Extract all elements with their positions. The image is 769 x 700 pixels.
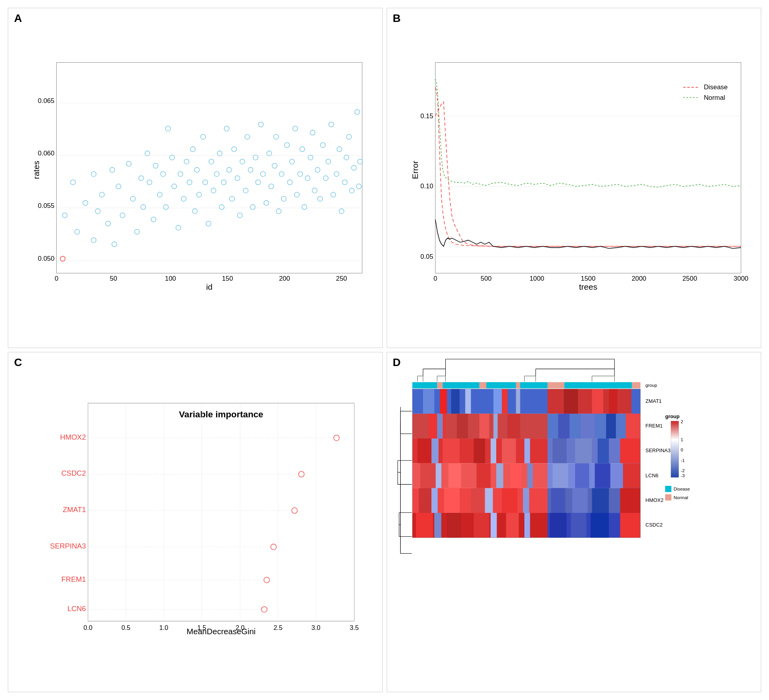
panel-a: A rates id 0.050 0.055 0.060 0.065 0 — [8, 8, 383, 348]
gene-label-right-frem1: FREM1 — [645, 423, 663, 429]
panel-b-y-axis: Error — [411, 161, 420, 179]
svg-rect-210 — [436, 463, 441, 488]
svg-rect-225 — [523, 488, 529, 513]
svg-rect-177 — [609, 389, 617, 413]
scale-tick-0: 0 — [681, 447, 683, 452]
svg-rect-172 — [502, 389, 507, 413]
tick: 1.0 — [159, 624, 168, 631]
tick: 0.5 — [121, 624, 130, 631]
legend-disease-label: Disease — [674, 487, 690, 491]
legend-normal-text: Normal — [704, 94, 725, 101]
svg-rect-196 — [502, 438, 516, 463]
col-dendrogram — [417, 359, 614, 382]
row-dendrogram — [398, 407, 412, 554]
tick: 3.5 — [350, 624, 359, 631]
svg-rect-201 — [575, 438, 592, 463]
svg-rect-240 — [571, 513, 586, 538]
svg-rect-233 — [447, 513, 461, 538]
svg-rect-223 — [431, 488, 438, 513]
svg-rect-214 — [575, 463, 589, 488]
svg-rect-182 — [457, 414, 468, 438]
legend-normal-label: Normal — [674, 495, 688, 500]
svg-rect-203 — [620, 438, 640, 463]
svg-rect-193 — [417, 438, 431, 463]
panel-c-chart: Variable importance MeanDecreaseGini 0.0… — [40, 364, 371, 668]
svg-rect-189 — [606, 414, 616, 438]
svg-rect-216 — [623, 463, 640, 488]
svg-rect-229 — [620, 488, 640, 513]
svg-rect-235 — [506, 513, 519, 538]
tick: 0.065 — [38, 97, 54, 105]
tick: 0.10 — [420, 182, 433, 190]
svg-rect-224 — [485, 488, 493, 513]
heatmap-row-frem1 — [412, 414, 640, 438]
group-label: group — [645, 383, 657, 388]
svg-rect-178 — [631, 389, 640, 413]
scale-tick-m1: -1 — [681, 458, 684, 463]
tick: 200 — [279, 275, 290, 282]
tick: 100 — [165, 275, 176, 282]
svg-rect-211 — [496, 463, 503, 488]
heatmap-row-csdc2 — [412, 513, 640, 538]
svg-rect-200 — [552, 438, 566, 463]
legend-normal-rect — [665, 494, 671, 501]
svg-rect-238 — [524, 513, 529, 538]
svg-rect-219 — [419, 488, 431, 513]
panel-a-chart: rates id 0.050 0.055 0.060 0.065 0 50 10… — [32, 20, 371, 328]
svg-rect-174 — [516, 389, 520, 413]
svg-rect-222 — [502, 488, 517, 513]
panel-c: C Variable importance MeanDecreaseGini 0… — [8, 352, 383, 692]
heatmap-row-serpina3 — [412, 438, 640, 463]
panel-a-y-axis: rates — [32, 161, 41, 179]
tick: 1000 — [529, 275, 544, 282]
svg-rect-241 — [591, 513, 609, 538]
svg-rect-198 — [490, 438, 496, 463]
svg-rect-236 — [434, 513, 441, 538]
svg-rect-207 — [448, 463, 461, 488]
panel-c-label: C — [14, 356, 22, 369]
gene-label-frem1: FREM1 — [61, 575, 86, 583]
tick: 250 — [336, 275, 347, 282]
svg-rect-175 — [564, 389, 578, 413]
svg-rect-215 — [594, 463, 610, 488]
svg-rect-148 — [479, 382, 486, 388]
panel-d-chart: group — [395, 356, 691, 568]
tick: 0 — [433, 275, 437, 282]
gene-label-lcn6: LCN6 — [67, 604, 86, 613]
svg-rect-194 — [443, 438, 459, 463]
gene-label-right-lcn6: LCN6 — [645, 473, 658, 478]
svg-rect-168 — [423, 389, 434, 413]
tick: 0.055 — [38, 202, 54, 209]
gene-label-right-zmat1: ZMAT1 — [645, 398, 661, 404]
panel-d-label: D — [393, 356, 401, 369]
tick: 0 — [55, 275, 58, 282]
svg-rect-169 — [451, 389, 459, 413]
tick: 0.0 — [83, 624, 92, 631]
svg-rect-227 — [572, 488, 588, 513]
svg-rect-199 — [524, 438, 529, 463]
heatmap-row-zmat1 — [412, 389, 640, 413]
svg-rect-208 — [476, 463, 490, 488]
svg-rect-213 — [552, 463, 568, 488]
svg-rect-242 — [620, 513, 640, 538]
panel-b-chart: Error trees 0.05 0.10 0.15 0 500 1000 15… — [411, 20, 749, 328]
svg-rect-147 — [437, 382, 442, 388]
heatmap-row-lcn6 — [412, 463, 640, 488]
heatmap-row-hmox2 — [412, 488, 640, 513]
svg-rect-171 — [440, 389, 447, 413]
tick: 3.0 — [312, 624, 321, 631]
svg-rect-220 — [444, 488, 459, 513]
svg-rect-239 — [549, 513, 566, 538]
svg-rect-209 — [510, 463, 522, 488]
svg-rect-187 — [558, 414, 569, 438]
panel-a-x-axis: id — [206, 282, 213, 291]
tick: 1.5 — [197, 624, 206, 631]
svg-rect-185 — [437, 414, 442, 438]
gene-label-csdc2: CSDC2 — [61, 469, 86, 477]
tick: 50 — [110, 275, 117, 282]
svg-rect-195 — [474, 438, 485, 463]
svg-rect-103 — [435, 63, 741, 273]
tick: 2.5 — [274, 624, 283, 631]
tick: 3000 — [733, 275, 748, 282]
gene-label-right-serpina3: SERPINA3 — [645, 447, 670, 453]
